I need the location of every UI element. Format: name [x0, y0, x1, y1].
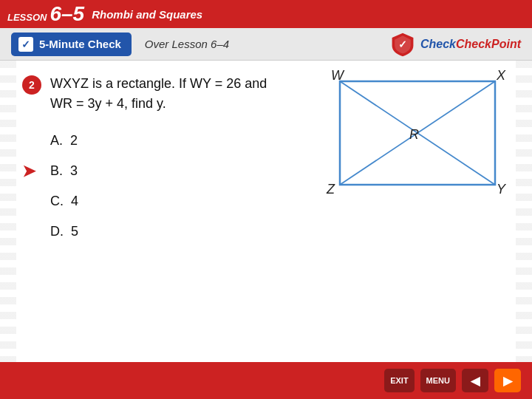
next-button[interactable]: ▶	[494, 369, 521, 392]
lesson-badge: LESSON 6–5	[7, 2, 84, 26]
svg-text:✓: ✓	[398, 38, 407, 50]
lesson-label: LESSON	[7, 12, 47, 23]
answer-b-value: 3	[70, 163, 78, 179]
question-line1: WXYZ is a rectangle. If WY = 26 and	[50, 76, 267, 91]
rectangle-svg: W X Z Y R	[318, 66, 510, 200]
rectangle-diagram: W X Z Y R	[318, 66, 510, 200]
answer-a-value: 2	[70, 133, 78, 149]
answer-d-value: 5	[71, 224, 78, 239]
answer-arrow-icon: ➤	[22, 162, 35, 181]
over-lesson-text: Over Lesson 6–4	[145, 38, 229, 50]
checkpoint-text: CheckCheckPoint	[420, 38, 521, 51]
lesson-number: 6–5	[50, 2, 84, 26]
answer-b-letter: B.	[50, 163, 63, 179]
menu-button[interactable]: MENU	[420, 369, 456, 392]
svg-text:W: W	[331, 68, 345, 83]
answer-d-letter: D.	[50, 224, 64, 239]
answer-c-letter: C.	[50, 194, 64, 209]
svg-text:R: R	[409, 127, 419, 142]
prev-button[interactable]: ◀	[462, 369, 488, 392]
check-icon: ✓	[18, 37, 33, 52]
question-text: WXYZ is a rectangle. If WY = 26 and WR =…	[50, 74, 267, 114]
question-line2: WR = 3y + 4, find y.	[50, 96, 166, 111]
answer-a-letter: A.	[50, 133, 63, 149]
lesson-title: Rhombi and Squares	[92, 8, 202, 21]
exit-button[interactable]: EXIT	[384, 369, 414, 392]
svg-text:Y: Y	[497, 182, 507, 197]
five-minute-check-label: 5-Minute Check	[39, 38, 121, 50]
checkpoint-shield-icon: ✓	[389, 31, 416, 58]
svg-text:X: X	[496, 68, 506, 83]
answer-c-value: 4	[71, 194, 78, 209]
check-bar: ✓ 5-Minute Check Over Lesson 6–4 ✓ Check…	[0, 28, 532, 61]
question-number-badge: 2	[22, 75, 41, 95]
top-header-bar: LESSON 6–5 Rhombi and Squares	[0, 0, 532, 28]
bottom-nav-bar: EXIT MENU ◀ ▶	[0, 362, 532, 399]
answer-d[interactable]: D. 5	[22, 216, 510, 247]
five-minute-check-badge: ✓ 5-Minute Check	[11, 33, 132, 56]
svg-text:Z: Z	[326, 182, 335, 197]
checkpoint-logo: ✓ CheckCheckPoint	[389, 31, 521, 58]
